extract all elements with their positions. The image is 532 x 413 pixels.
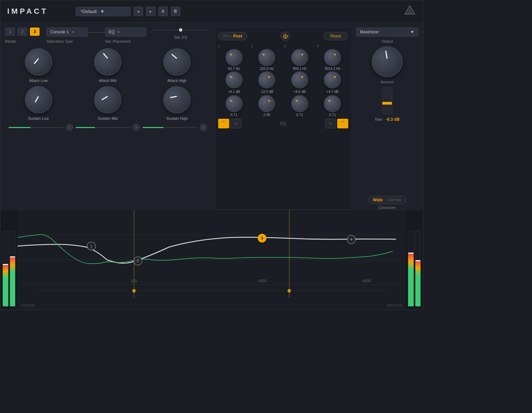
saturation-type-dropdown[interactable]: Console 1 ▼ (46, 28, 88, 36)
eq-curve-display[interactable]: 1 2 3 4 125 1000 8000 (18, 210, 406, 309)
eq-button-row: ⌒ ∿ EQ ∿ ⌒ (218, 119, 348, 128)
output-mode-value: Maximizer (360, 30, 379, 34)
saturation-type-value: Console 1 (50, 30, 69, 34)
right-panel: Maximizer ▼ Output Amount Trim: -0.3 dB (356, 28, 418, 210)
sustain-mid-label: Sustain Mid (98, 116, 117, 120)
vu-thumb-1 (3, 264, 8, 265)
trim-fader[interactable] (382, 87, 392, 114)
eq-high-shelf-button[interactable]: ⌒ (337, 119, 348, 128)
band-3-button[interactable]: 3 (30, 28, 40, 36)
sustain-mid-group: Sustain Mid (74, 86, 141, 120)
brand-icon (404, 4, 416, 17)
eq-peak-button[interactable]: ∿ (230, 119, 241, 128)
bands-label: Bands (5, 39, 16, 43)
ab-b-button[interactable]: B (171, 7, 180, 16)
attack-high-knob[interactable] (163, 48, 191, 76)
dropdown-arrow-icon: ▼ (100, 9, 105, 14)
attack-high-group: Attack High (144, 48, 210, 83)
eq-knob-2-gain-dot (268, 76, 270, 78)
eq-knob-1-q-dot (230, 100, 232, 102)
output-amount-knob[interactable] (372, 46, 403, 77)
eq-knob-1-gain-dot (230, 76, 232, 78)
svg-text:3: 3 (261, 236, 263, 240)
fader-low-track[interactable] (9, 127, 64, 128)
eq-white-curve (18, 237, 396, 263)
eq-band-1-db: +4.1 dB (228, 90, 240, 94)
sustain-mid-knob[interactable] (94, 86, 121, 114)
output-dropdown-arrow-icon: ▼ (410, 30, 414, 34)
eq-knob-3-q-dot (296, 100, 297, 102)
fader-high-track[interactable] (142, 127, 198, 128)
eq-left-buttons: ⌒ ∿ (218, 119, 241, 128)
eq-band-2-num: 2 (251, 44, 253, 48)
crossover-label: Crossover (379, 205, 396, 210)
preset-dropdown[interactable]: *Default ▼ (76, 7, 131, 16)
eq-band-3-freq-knob[interactable] (291, 49, 308, 66)
eq-band-4-freq-knob[interactable] (324, 49, 341, 66)
sat-eq-label: Sat. EQ (174, 35, 188, 39)
eq-band-3-q: 0.71 (296, 113, 303, 117)
fader-mid-solo-button[interactable]: S (133, 124, 140, 131)
sustain-high-knob[interactable] (163, 86, 191, 114)
sustain-high-group: Sustain High (144, 86, 210, 120)
eq-knob-4-q-dot (329, 100, 330, 102)
attack-mid-label: Attack Mid (99, 78, 116, 83)
attack-low-label: Attack Low (29, 78, 48, 83)
eq-low-shelf-button[interactable]: ⌒ (218, 119, 229, 128)
eq-knob-3-dot (301, 54, 303, 55)
vu-thumb-2 (10, 256, 15, 257)
pre-post-button[interactable]: Pre / Post (218, 32, 247, 40)
band-2-button[interactable]: 2 (18, 28, 27, 36)
brand-logo (404, 4, 416, 18)
eq-band-2-gain-knob[interactable] (258, 71, 275, 88)
eq-band-2-q-knob[interactable] (258, 95, 275, 112)
freq-label-8000: 8000 (363, 279, 371, 283)
eq-knob-4-dot (334, 54, 336, 55)
trim-row: Trim: -0.3 dB (375, 117, 400, 122)
eq-band-3-q-knob[interactable] (291, 95, 308, 112)
fader-mid-track[interactable] (76, 127, 131, 128)
eq-reset-button[interactable]: Reset (323, 32, 348, 40)
attack-low-knob[interactable] (25, 48, 52, 76)
nav-prev-button[interactable]: ◄ (134, 7, 143, 16)
eq-band-1-freq: 63.7 Hz (228, 67, 240, 71)
band-1-button[interactable]: 1 (5, 28, 15, 36)
eq-band-3-gain-knob[interactable] (291, 71, 308, 88)
eq-high-peak-button[interactable]: ∿ (325, 119, 336, 128)
ab-a-button[interactable]: A (158, 7, 168, 16)
fader-high-group: S (142, 124, 207, 131)
sat-placement-arrow-icon: ▼ (117, 31, 120, 34)
eq-center-label: EQ (280, 121, 286, 126)
sat-placement-dropdown[interactable]: EQ ▼ (105, 28, 146, 36)
eq-band-4-num: 4 (317, 44, 319, 48)
eq-band-1-freq-knob[interactable] (225, 49, 243, 66)
logo: IMPACT (7, 7, 48, 16)
output-knob-indicator (385, 51, 387, 59)
fader-low-solo-button[interactable]: S (66, 124, 73, 131)
eq-band-4-gain-knob[interactable] (324, 71, 341, 88)
eq-band-2-freq-knob[interactable] (258, 49, 275, 66)
bands-row: 1 2 3 (5, 28, 40, 36)
trim-fader-thumb[interactable] (382, 102, 392, 105)
svg-text:4: 4 (350, 237, 352, 242)
trim-value: -0.3 dB (386, 117, 400, 122)
fader-low-group: S (9, 124, 73, 131)
eq-display-section: 1 2 3 4 125 1000 8000 (0, 210, 423, 309)
fader-high-solo-button[interactable]: S (200, 124, 207, 131)
output-mode-dropdown[interactable]: Maximizer ▼ (356, 28, 418, 36)
eq-power-button[interactable]: ⏻ (280, 31, 290, 41)
eq-band-1-gain-knob[interactable] (225, 71, 243, 88)
attack-mid-knob[interactable] (94, 48, 121, 76)
wide-narrow-toggle[interactable]: Wide / Narrow (368, 196, 407, 204)
eq-band-4-q-knob[interactable] (324, 95, 341, 112)
header: IMPACT *Default ▼ ◄ ► A B (0, 0, 423, 23)
eq-band-1: 1 63.7 Hz +4.1 dB 0.71 (218, 44, 250, 117)
eq-panel: Pre / Post ⏻ Reset 1 63.7 Hz +4.1 d (214, 28, 352, 210)
eq-band-1-q-knob[interactable] (225, 95, 243, 112)
output-label: Output (381, 39, 393, 43)
trim-label: Trim: (375, 117, 383, 121)
sustain-low-knob[interactable] (25, 86, 52, 114)
nav-next-button[interactable]: ► (146, 7, 156, 16)
vu-fill-2 (10, 257, 15, 306)
eq-knob-3-gain-dot (301, 76, 303, 78)
